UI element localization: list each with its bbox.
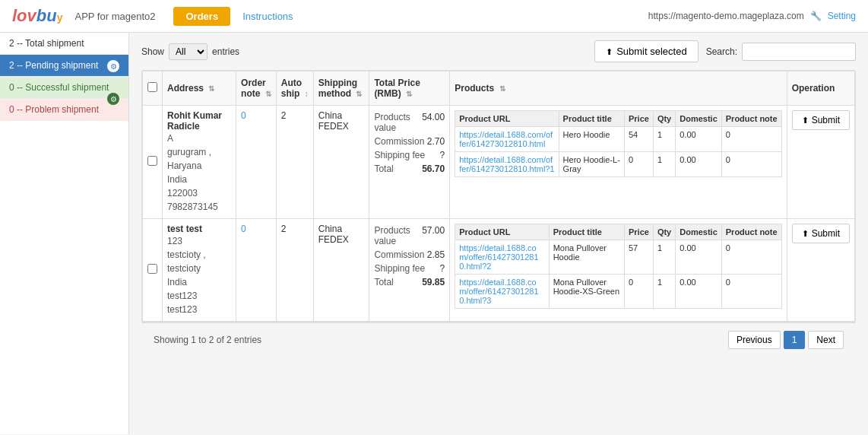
product-sub-header: Domestic bbox=[676, 111, 722, 127]
successful-icon: ⚙ bbox=[107, 93, 119, 105]
address-detail-line: India bbox=[167, 173, 231, 186]
order-note-link[interactable]: 0 bbox=[241, 224, 246, 234]
product-url-cell: https://detail.1688.com/offer/6142730128… bbox=[455, 127, 559, 152]
address-detail-line: 122003 bbox=[167, 186, 231, 200]
price-row: Total 56.70 bbox=[374, 162, 445, 176]
price-value: 56.70 bbox=[422, 164, 445, 174]
shipping-method-cell: China FEDEX bbox=[313, 106, 369, 219]
product-row: https://detail.1688.com/offer/6142730128… bbox=[455, 152, 781, 177]
price-row: Products value 57.00 bbox=[374, 224, 445, 248]
product-url-link[interactable]: https://detail.1688.com/offer/6142730128… bbox=[459, 243, 538, 271]
price-row: Total 59.85 bbox=[374, 275, 445, 289]
product-domestic-cell: 0.00 bbox=[676, 275, 722, 309]
price-row: Shipping fee ? bbox=[374, 148, 445, 162]
price-label: Commission bbox=[374, 136, 424, 147]
sort-autoship-icon[interactable]: ↕ bbox=[305, 90, 309, 98]
search-label: Search: bbox=[706, 46, 737, 57]
price-value: 2.85 bbox=[427, 249, 445, 260]
th-products: Products ⇅ bbox=[450, 71, 787, 106]
sort-address-icon[interactable]: ⇅ bbox=[208, 84, 214, 93]
product-note-cell: 0 bbox=[721, 275, 781, 309]
order-note-cell: 0 bbox=[236, 219, 277, 322]
instructions-nav-link[interactable]: Instructions bbox=[242, 11, 293, 22]
product-url-link[interactable]: https://detail.1688.com/offer/6142730128… bbox=[459, 130, 553, 148]
search-input[interactable] bbox=[742, 43, 856, 61]
orders-table-wrapper: Address ⇅ Ordernote ⇅ Autoship ↕ Shippin… bbox=[141, 70, 856, 322]
product-row: https://detail.1688.com/offer/6142730128… bbox=[455, 240, 781, 275]
sort-ordernote-icon[interactable]: ⇅ bbox=[265, 90, 271, 98]
products-sub-table: Product URLProduct titlePriceQtyDomestic… bbox=[455, 224, 781, 309]
product-url-cell: https://detail.1688.com/offer/6142730128… bbox=[455, 152, 559, 177]
product-sub-header: Product note bbox=[721, 224, 781, 240]
price-label: Products value bbox=[374, 112, 422, 133]
product-sub-header: Product title bbox=[549, 224, 624, 240]
price-label: Total bbox=[374, 277, 393, 287]
product-url-link[interactable]: https://detail.1688.com/offer/6142730128… bbox=[459, 278, 538, 305]
th-shipping-method: Shippingmethod ⇅ bbox=[313, 71, 369, 106]
setting-link[interactable]: Setting bbox=[828, 11, 856, 21]
product-sub-header: Product title bbox=[559, 111, 624, 127]
header: lovbuy APP for magento2 Orders Instructi… bbox=[0, 0, 868, 33]
operation-cell: Submit bbox=[787, 219, 854, 322]
price-value: 57.00 bbox=[422, 225, 445, 246]
order-note-link[interactable]: 0 bbox=[241, 110, 246, 121]
address-name: test test bbox=[167, 224, 231, 234]
main: Show All 10 25 50 100 entries Submit sel… bbox=[129, 33, 868, 434]
site-url: https://magento-demo.mageplaza.com bbox=[648, 11, 804, 21]
row-checkbox-0[interactable] bbox=[147, 156, 157, 166]
previous-button[interactable]: Previous bbox=[728, 331, 781, 349]
sidebar-item-pending[interactable]: 2 -- Pending shipment ⚙ bbox=[0, 55, 128, 77]
address-detail-line: 7982873145 bbox=[167, 200, 231, 214]
sort-products-icon[interactable]: ⇅ bbox=[499, 84, 505, 93]
th-address: Address ⇅ bbox=[163, 71, 236, 106]
product-url-link[interactable]: https://detail.1688.com/offer/6142730128… bbox=[459, 155, 554, 173]
submit-button[interactable]: Submit bbox=[792, 110, 850, 130]
price-value: ? bbox=[440, 150, 445, 160]
submit-button[interactable]: Submit bbox=[792, 224, 850, 243]
address-cell: test test123testcioty , testciotyIndiate… bbox=[163, 219, 236, 322]
product-title-cell: Hero Hoodie bbox=[559, 127, 624, 152]
address-name: Rohit Kumar Radicle bbox=[167, 110, 231, 132]
product-note-cell: 0 bbox=[721, 240, 781, 275]
showing-text: Showing 1 to 2 of 2 entries bbox=[154, 335, 261, 345]
show-entries: Show All 10 25 50 100 entries bbox=[141, 43, 239, 60]
product-sub-header: Qty bbox=[653, 224, 675, 240]
th-operation: Operation bbox=[787, 71, 854, 106]
price-row: Commission 2.85 bbox=[374, 248, 445, 262]
product-title-cell: Mona Pullover Hoodie bbox=[549, 240, 624, 275]
sidebar-item-total[interactable]: 2 -- Total shipment bbox=[0, 33, 128, 55]
price-label: Commission bbox=[374, 249, 424, 260]
product-url-cell: https://detail.1688.com/offer/6142730128… bbox=[455, 275, 549, 309]
address-detail-line: India bbox=[167, 275, 231, 289]
product-qty-cell: 1 bbox=[653, 152, 675, 177]
entries-select[interactable]: All 10 25 50 100 bbox=[169, 43, 207, 60]
price-row: Commission 2.70 bbox=[374, 135, 445, 148]
product-row: https://detail.1688.com/offer/6142730128… bbox=[455, 127, 781, 152]
row-checkbox-1[interactable] bbox=[147, 264, 157, 274]
sidebar: 2 -- Total shipment 2 -- Pending shipmen… bbox=[0, 33, 129, 434]
sidebar-item-successful[interactable]: 0 -- Successful shipment ⚙ bbox=[0, 77, 128, 99]
product-domestic-cell: 0.00 bbox=[676, 240, 722, 275]
product-url-cell: https://detail.1688.com/offer/6142730128… bbox=[455, 240, 549, 275]
price-value: 59.85 bbox=[422, 277, 445, 287]
product-sub-header: Qty bbox=[653, 111, 675, 127]
product-qty-cell: 1 bbox=[653, 240, 675, 275]
pagination: Previous 1 Next bbox=[728, 331, 844, 349]
next-button[interactable]: Next bbox=[808, 331, 844, 349]
submit-selected-button[interactable]: Submit selected bbox=[594, 40, 699, 62]
product-sub-header: Product URL bbox=[455, 111, 559, 127]
address-detail-line: 123 bbox=[167, 234, 231, 248]
total-price-cell: Products value 57.00 Commission 2.85 Shi… bbox=[369, 219, 450, 322]
product-note-cell: 0 bbox=[721, 152, 781, 177]
select-all-checkbox[interactable] bbox=[147, 82, 157, 92]
address-detail-line: A bbox=[167, 132, 231, 145]
show-label: Show bbox=[141, 46, 164, 57]
sort-totalprice-icon[interactable]: ⇅ bbox=[406, 90, 412, 98]
sort-shipping-icon[interactable]: ⇅ bbox=[356, 90, 362, 98]
shipping-method-cell: China FEDEX bbox=[313, 219, 369, 322]
th-total-price: Total Price(RMB) ⇅ bbox=[369, 71, 450, 106]
orders-nav-button[interactable]: Orders bbox=[173, 7, 230, 26]
submit-upload-icon bbox=[802, 228, 809, 239]
page-1-button[interactable]: 1 bbox=[784, 331, 806, 349]
product-price-cell: 54 bbox=[624, 127, 653, 152]
